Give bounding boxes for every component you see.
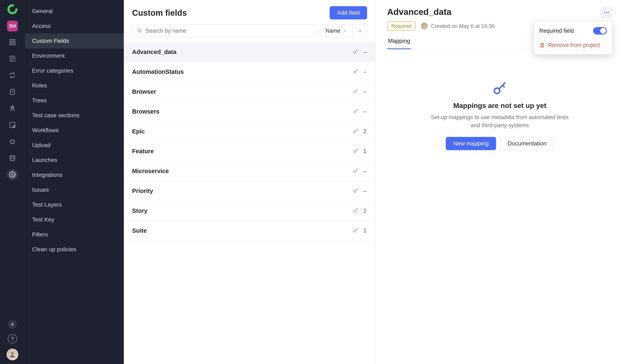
svg-point-17 (354, 91, 356, 93)
nav-item-issues[interactable]: Issues (25, 182, 124, 197)
field-name: Epic (132, 128, 145, 135)
key-icon (353, 168, 359, 175)
more-actions-button[interactable] (601, 7, 612, 18)
nav-item-upload[interactable]: Upload (25, 138, 124, 153)
field-count: 1 (363, 228, 367, 234)
field-row[interactable]: Story2 (124, 201, 375, 221)
nav-item-integrations[interactable]: Integrations (25, 167, 124, 182)
nav-item-cleanup[interactable]: Clean up policies (25, 242, 124, 257)
results-icon[interactable] (7, 53, 18, 65)
created-meta: Created on May 6 at 16:36 (421, 23, 494, 30)
sort-direction-button[interactable] (353, 24, 367, 37)
trash-icon (539, 42, 545, 48)
new-mapping-button[interactable]: New mapping (446, 137, 496, 150)
search-input[interactable] (132, 24, 316, 37)
nav-item-filters[interactable]: Filters (25, 227, 124, 242)
nav-item-custom-fields[interactable]: Custom Fields (25, 33, 124, 48)
field-count: 2 (363, 128, 367, 135)
launches-icon[interactable] (7, 103, 18, 114)
nav-item-launches[interactable]: Launches (25, 153, 124, 167)
remove-label: Remove from project (548, 42, 600, 48)
page-title: Custom fields (132, 8, 187, 18)
field-detail-panel: Advanced_data Required Created on May 6 … (376, 0, 624, 364)
svg-point-12 (12, 174, 13, 176)
workspace-badge[interactable]: SH (7, 21, 18, 31)
svg-point-22 (354, 190, 356, 192)
field-name: Advanced_data (132, 49, 176, 55)
actions-popover: Required field Remove from project (534, 21, 612, 54)
user-avatar[interactable] (7, 349, 18, 360)
nav-item-workflows[interactable]: Workflows (25, 123, 124, 138)
svg-point-16 (354, 71, 356, 73)
field-count: – (363, 108, 367, 115)
field-count: 1 (363, 148, 367, 155)
required-field-toggle-row[interactable]: Required field (534, 23, 612, 38)
creator-avatar (421, 23, 428, 30)
field-row[interactable]: Advanced_data– (124, 42, 375, 62)
defects-icon[interactable] (7, 136, 18, 147)
key-icon (353, 108, 359, 115)
field-row[interactable]: Suite1 (124, 221, 375, 241)
app-logo[interactable] (7, 4, 18, 16)
remove-from-project-button[interactable]: Remove from project (534, 38, 612, 52)
svg-rect-4 (13, 43, 15, 45)
nav-item-test-key[interactable]: Test Key (25, 212, 124, 227)
field-row[interactable]: Epic2 (124, 122, 375, 141)
dashboard-icon[interactable] (7, 36, 18, 48)
key-icon (353, 88, 359, 95)
nav-item-access[interactable]: Access (25, 19, 124, 33)
key-icon (353, 128, 359, 135)
field-row[interactable]: Feature1 (124, 141, 375, 161)
key-icon (353, 207, 359, 214)
cycles-icon[interactable] (7, 69, 18, 81)
svg-point-0 (8, 5, 16, 13)
testplans-icon[interactable] (7, 86, 18, 98)
sort-select[interactable]: Name (320, 24, 353, 37)
add-field-button[interactable]: Add field (330, 6, 367, 20)
tab-mapping[interactable]: Mapping (387, 38, 411, 49)
svg-point-28 (608, 12, 609, 13)
nav-item-test-layers[interactable]: Test Layers (25, 197, 124, 212)
search-icon (137, 27, 142, 34)
field-list: Advanced_data–AutomationStatus–Browser–B… (124, 42, 375, 241)
add-button[interactable]: + (8, 320, 17, 329)
required-field-label: Required field (539, 28, 574, 34)
svg-point-7 (12, 107, 13, 108)
svg-rect-1 (10, 40, 12, 42)
field-name: Microservice (132, 168, 169, 175)
field-title: Advanced_data (387, 7, 612, 17)
created-text: Created on May 6 at 16:36 (431, 23, 494, 29)
svg-rect-2 (13, 40, 15, 42)
field-row[interactable]: Browsers– (124, 102, 375, 122)
chevron-down-icon (343, 29, 347, 33)
nav-item-tc-sections[interactable]: Test case sections (25, 108, 124, 123)
required-toggle[interactable] (593, 27, 607, 35)
custom-fields-panel: Custom fields Add field Name Advanced_da… (124, 0, 376, 364)
empty-title: Mappings are not set up yet (453, 102, 546, 110)
field-count: – (363, 49, 367, 55)
svg-point-26 (604, 12, 605, 13)
field-count: – (363, 168, 367, 174)
svg-point-24 (354, 230, 356, 232)
environments-icon[interactable] (7, 152, 18, 164)
nav-item-environment[interactable]: Environment (25, 48, 124, 63)
nav-item-general[interactable]: General (25, 4, 124, 19)
nav-item-error-categories[interactable]: Error categories (25, 63, 124, 78)
field-name: Story (132, 207, 147, 214)
field-name: Browser (132, 88, 156, 95)
svg-point-23 (354, 210, 356, 212)
svg-point-10 (11, 140, 14, 143)
svg-point-21 (354, 170, 356, 173)
svg-point-11 (10, 155, 15, 157)
field-name: Feature (132, 148, 154, 155)
settings-icon[interactable] (7, 169, 18, 180)
field-row[interactable]: Browser– (124, 82, 375, 102)
field-row[interactable]: AutomationStatus– (124, 62, 375, 82)
field-row[interactable]: Priority– (124, 181, 375, 201)
help-icon[interactable]: ? (8, 334, 17, 343)
field-row[interactable]: Microservice– (124, 161, 375, 181)
nav-item-roles[interactable]: Roles (25, 78, 124, 93)
analytics-icon[interactable] (7, 119, 18, 131)
documentation-button[interactable]: Documentation (500, 137, 554, 150)
nav-item-trees[interactable]: Trees (25, 93, 124, 108)
